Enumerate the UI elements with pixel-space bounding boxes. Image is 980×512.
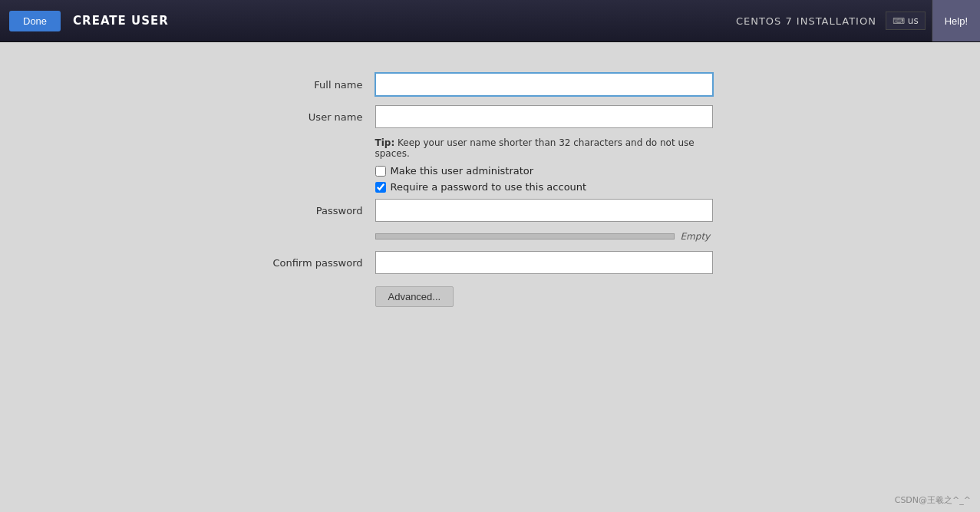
confirm-password-input[interactable] (375, 251, 713, 274)
advanced-button[interactable]: Advanced... (375, 286, 454, 307)
advanced-row: Advanced... (375, 286, 759, 307)
keyboard-lang-selector[interactable]: ⌨ us (886, 12, 926, 30)
strength-bar-container: Empty (375, 231, 759, 242)
strength-label: Empty (681, 231, 711, 242)
password-required-checkbox[interactable] (375, 182, 386, 193)
header-left: Done CREATE USER (9, 11, 169, 31)
strength-bar (375, 233, 675, 239)
full-name-row: Full name (222, 73, 759, 96)
centos-label: CENTOS 7 INSTALLATION (736, 15, 886, 27)
confirm-password-row: Confirm password (222, 251, 759, 274)
tip-body: Keep your user name shorter than 32 char… (375, 137, 695, 159)
admin-checkbox[interactable] (375, 166, 386, 177)
password-checkbox-label[interactable]: Require a password to use this account (391, 181, 587, 193)
admin-checkbox-row: Make this user administrator (375, 165, 759, 177)
user-name-label: User name (222, 111, 375, 123)
confirm-password-label: Confirm password (222, 257, 375, 269)
header: Done CREATE USER CENTOS 7 INSTALLATION ⌨… (0, 0, 980, 42)
help-button[interactable]: Help! (932, 0, 980, 41)
main-content: Full name User name Tip: Keep your user … (0, 42, 980, 512)
done-button[interactable]: Done (9, 11, 61, 31)
user-name-row: User name (222, 105, 759, 128)
password-checkbox-row: Require a password to use this account (375, 181, 759, 193)
password-input[interactable] (375, 199, 713, 222)
tip-prefix: Tip: (375, 137, 395, 148)
password-label: Password (222, 205, 375, 216)
tip-text: Tip: Keep your user name shorter than 32… (375, 137, 713, 159)
page-title: CREATE USER (73, 14, 169, 28)
password-row: Password (222, 199, 759, 222)
admin-checkbox-label[interactable]: Make this user administrator (391, 165, 534, 177)
full-name-input[interactable] (375, 73, 713, 96)
tip-row: Tip: Keep your user name shorter than 32… (375, 137, 759, 159)
footer-watermark: CSDN@王羲之^_^ (895, 494, 971, 506)
full-name-label: Full name (222, 79, 375, 91)
form-container: Full name User name Tip: Keep your user … (222, 73, 759, 307)
header-right: CENTOS 7 INSTALLATION ⌨ us Help! (736, 0, 980, 41)
keyboard-icon: ⌨ (893, 16, 905, 26)
user-name-input[interactable] (375, 105, 713, 128)
keyboard-lang-value: us (908, 15, 919, 26)
